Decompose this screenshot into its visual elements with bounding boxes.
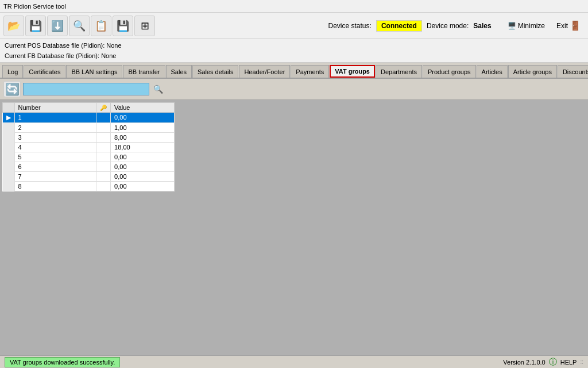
tab-discounts[interactable]: Discounts xyxy=(558,65,588,78)
version-area: Version 2.1.0.0 ⓘ HELP :: xyxy=(503,357,583,367)
row-value: 0,00 xyxy=(111,152,175,162)
resize-handle: :: xyxy=(580,359,583,365)
tab-bar: Log Certificates BB LAN settings BB tran… xyxy=(0,63,588,79)
row-number: 4 xyxy=(14,142,96,152)
row-indicator xyxy=(3,171,15,181)
status-message: VAT groups downloaded successfully. xyxy=(5,357,120,367)
minimize-button[interactable]: 🖥️ Minimize xyxy=(504,21,548,31)
table-row[interactable]: 38,00 xyxy=(3,132,175,142)
col-number-header: Number xyxy=(14,103,96,113)
device-mode-value: Sales xyxy=(473,22,491,30)
row-indicator xyxy=(3,181,15,191)
search-bar: 🔄 🔍 xyxy=(0,79,588,100)
search-button[interactable]: 🔍 xyxy=(152,83,164,95)
row-number: 5 xyxy=(14,152,96,162)
row-key xyxy=(96,181,111,191)
fb-db-info: Current FB Database file (Pidion): None xyxy=(5,51,583,61)
row-value: 8,00 xyxy=(111,132,175,142)
version-text: Version 2.1.0.0 xyxy=(503,359,545,366)
device-mode-label: Device mode: xyxy=(427,22,469,30)
device-status-value: Connected xyxy=(376,20,422,32)
row-indicator xyxy=(3,142,15,152)
main-content: Number 🔑 Value ▶10,0021,0038,00418,0050,… xyxy=(0,100,588,360)
tab-log[interactable]: Log xyxy=(2,65,23,78)
tab-departments[interactable]: Departments xyxy=(376,65,422,78)
pos-db-info: Current POS Database file (Pidion): None xyxy=(5,40,583,51)
row-key xyxy=(96,113,111,123)
table-row[interactable]: 70,00 xyxy=(3,171,175,181)
row-value: 0,00 xyxy=(111,162,175,171)
col-value-header: Value xyxy=(111,103,175,113)
top-right-buttons: 🖥️ Minimize Exit 🚪 xyxy=(504,19,585,32)
toolbar-btn-5[interactable]: 📋 xyxy=(91,16,111,36)
tab-sales-details[interactable]: Sales details xyxy=(192,65,238,78)
row-indicator xyxy=(3,152,15,162)
col-indicator xyxy=(3,103,15,113)
toolbar-btn-4[interactable]: 🔍 xyxy=(69,16,90,36)
status-bar: VAT groups downloaded successfully. Vers… xyxy=(0,355,588,368)
info-area: Current POS Database file (Pidion): None… xyxy=(0,39,588,63)
table-row[interactable]: 21,00 xyxy=(3,122,175,132)
row-number: 1 xyxy=(14,113,96,123)
exit-button[interactable]: Exit 🚪 xyxy=(553,19,585,32)
tab-bb-lan-settings[interactable]: BB LAN settings xyxy=(66,65,122,78)
minimize-icon: 🖥️ xyxy=(508,22,516,30)
row-number: 6 xyxy=(14,162,96,171)
row-number: 3 xyxy=(14,132,96,142)
col-key-header: 🔑 xyxy=(96,103,111,113)
table-body: ▶10,0021,0038,00418,0050,0060,0070,0080,… xyxy=(3,113,175,191)
tab-product-groups[interactable]: Product groups xyxy=(423,65,476,78)
table-row[interactable]: 50,00 xyxy=(3,152,175,162)
minimize-label: Minimize xyxy=(518,22,545,30)
toolbar-btn-2[interactable]: 💾 xyxy=(25,16,46,36)
toolbar-btn-7[interactable]: ⊞ xyxy=(134,16,155,36)
row-indicator: ▶ xyxy=(3,113,15,123)
toolbar-btn-3[interactable]: ⬇️ xyxy=(47,16,68,36)
search-input[interactable] xyxy=(23,83,149,95)
title-bar: TR Pidion Service tool xyxy=(0,0,588,13)
row-value: 0,00 xyxy=(111,113,175,123)
row-indicator xyxy=(3,162,15,171)
tab-payments[interactable]: Payments xyxy=(291,65,329,78)
row-indicator xyxy=(3,132,15,142)
table-row[interactable]: 60,00 xyxy=(3,162,175,171)
row-value: 0,00 xyxy=(111,171,175,181)
vat-table: Number 🔑 Value ▶10,0021,0038,00418,0050,… xyxy=(2,102,175,191)
toolbar: 📂 💾 ⬇️ 🔍 📋 💾 ⊞ Device status: Connected … xyxy=(0,13,588,39)
row-key xyxy=(96,142,111,152)
row-indicator xyxy=(3,122,15,132)
table-row[interactable]: ▶10,00 xyxy=(3,113,175,123)
app-title: TR Pidion Service tool xyxy=(3,3,66,10)
row-number: 7 xyxy=(14,171,96,181)
row-value: 1,00 xyxy=(111,122,175,132)
device-status-label: Device status: xyxy=(328,22,372,30)
row-value: 0,00 xyxy=(111,181,175,191)
key-icon: 🔑 xyxy=(100,105,107,111)
help-label[interactable]: HELP xyxy=(560,359,577,366)
table-row[interactable]: 80,00 xyxy=(3,181,175,191)
row-number: 2 xyxy=(14,122,96,132)
tab-articles[interactable]: Articles xyxy=(477,65,508,78)
tab-bb-transfer[interactable]: BB transfer xyxy=(123,65,165,78)
device-status-area: Device status: Connected Device mode: Sa… xyxy=(328,20,492,32)
exit-label: Exit xyxy=(556,22,568,30)
search-icon: 🔍 xyxy=(153,85,163,94)
toolbar-btn-6[interactable]: 💾 xyxy=(113,16,133,36)
row-number: 8 xyxy=(14,181,96,191)
tab-certificates[interactable]: Certificates xyxy=(24,65,65,78)
table-row[interactable]: 418,00 xyxy=(3,142,175,152)
row-key xyxy=(96,162,111,171)
exit-icon: 🚪 xyxy=(570,20,581,31)
refresh-icon: 🔄 xyxy=(5,82,20,96)
tab-vat-groups[interactable]: VAT groups xyxy=(330,65,375,78)
toolbar-btn-1[interactable]: 📂 xyxy=(3,16,24,36)
row-key xyxy=(96,171,111,181)
help-icon: ⓘ xyxy=(549,357,557,367)
tab-article-groups[interactable]: Article groups xyxy=(508,65,557,78)
tab-sales[interactable]: Sales xyxy=(166,65,192,78)
row-key xyxy=(96,152,111,162)
row-key xyxy=(96,132,111,142)
tab-header-footer[interactable]: Header/Footer xyxy=(239,65,290,78)
row-value: 18,00 xyxy=(111,142,175,152)
refresh-button[interactable]: 🔄 xyxy=(3,81,21,97)
